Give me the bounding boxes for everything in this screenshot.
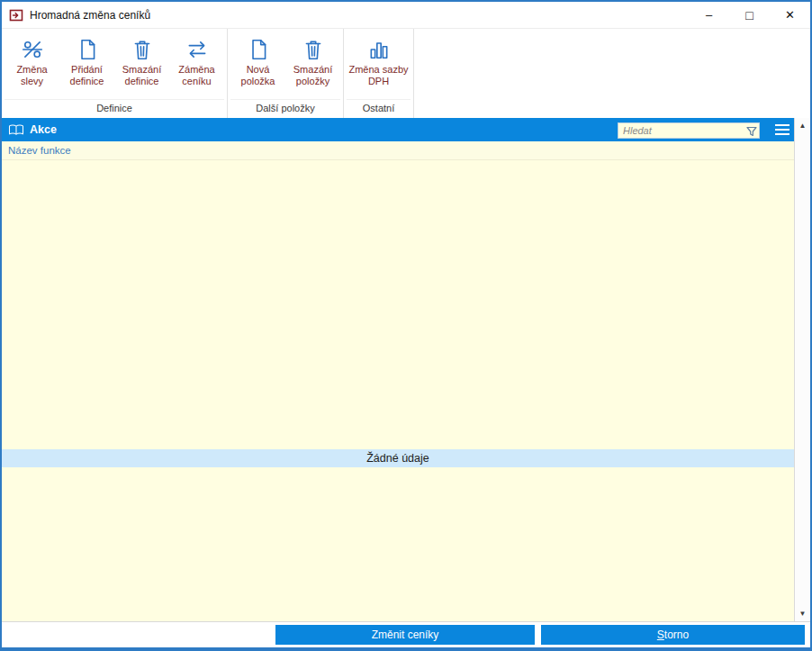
trash-icon [131,38,154,61]
toolbar-button-label: Smazání položky [285,64,340,87]
app-icon [9,8,23,23]
toolbar-button-label: Záměna ceníku [169,64,224,87]
document-new-icon [247,38,270,61]
panel-title: Akce [30,123,57,136]
footer-bar: Změnit ceníky Storno [2,621,810,647]
toolbar-group-definice: Změna slevy Přidání definice [2,29,228,118]
maximize-button[interactable]: □ [729,2,770,28]
menu-hamburger-icon[interactable] [770,118,794,141]
list-empty-space [2,160,794,449]
scroll-down-icon[interactable]: ▼ [795,606,810,621]
toolbar-button-pridani-definice[interactable]: Přidání definice [59,35,114,93]
bar-chart-icon [367,38,391,61]
toolbar-group-caption: Definice [5,99,224,118]
scroll-up-icon[interactable]: ▲ [795,118,810,133]
filter-funnel-icon[interactable] [746,124,757,135]
change-pricelists-button[interactable]: Změnit ceníky [275,625,535,645]
panel-header: Akce [2,118,794,141]
list-area[interactable]: Žádné údaje [2,160,794,621]
titlebar: Hromadná změna ceníků – □ ✕ [2,2,810,29]
book-icon [8,123,24,137]
toolbar-button-zmena-sazby-dph[interactable]: Změna sazby DPH [347,35,411,93]
toolbar-group-caption: Ostatní [347,99,411,118]
cancel-button[interactable]: Storno [541,625,805,645]
trash-icon [302,38,325,61]
toolbar-button-label: Nová položka [230,64,285,87]
toolbar-button-smazani-polozky[interactable]: Smazání položky [285,35,340,93]
toolbar-group-ostatni: Změna sazby DPH Ostatní [344,29,414,118]
window-title: Hromadná změna ceníků [30,9,150,22]
toolbar-group-caption: Další položky [230,99,340,118]
search-input[interactable] [618,122,760,139]
cancel-button-label-rest: torno [664,628,689,641]
dialog-window: Hromadná změna ceníků – □ ✕ [0,0,812,651]
toolbar-button-label: Změna sazby DPH [347,64,411,87]
window-controls: – □ ✕ [689,2,810,28]
toolbar-button-zmena-slevy[interactable]: Změna slevy [5,35,59,93]
close-button[interactable]: ✕ [770,2,810,28]
toolbar: Změna slevy Přidání definice [2,29,810,118]
toolbar-button-nova-polozka[interactable]: Nová položka [230,35,285,93]
scrollbar-track[interactable] [795,133,810,606]
vertical-scrollbar[interactable]: ▲ ▼ [794,118,810,621]
minimize-button[interactable]: – [689,2,729,28]
discount-change-icon [21,38,44,61]
toolbar-button-zamena-ceniku[interactable]: Záměna ceníku [169,35,224,93]
document-new-icon [76,38,99,61]
toolbar-group-dalsi-polozky: Nová položka Smazání položky [228,29,344,118]
column-header-nazev-funkce[interactable]: Název funkce [2,141,794,160]
toolbar-button-label: Smazání definice [114,64,169,87]
no-data-row: Žádné údaje [2,449,794,467]
toolbar-button-smazani-definice[interactable]: Smazání definice [114,35,169,93]
cancel-button-accelerator: S [657,628,664,641]
swap-arrows-icon [185,38,209,61]
main-area: Akce Název funkce Žádné údaje [2,118,810,621]
toolbar-button-label: Přidání definice [59,64,114,87]
list-empty-space [2,467,794,621]
toolbar-button-label: Změna slevy [5,64,59,87]
search-box [618,122,760,138]
